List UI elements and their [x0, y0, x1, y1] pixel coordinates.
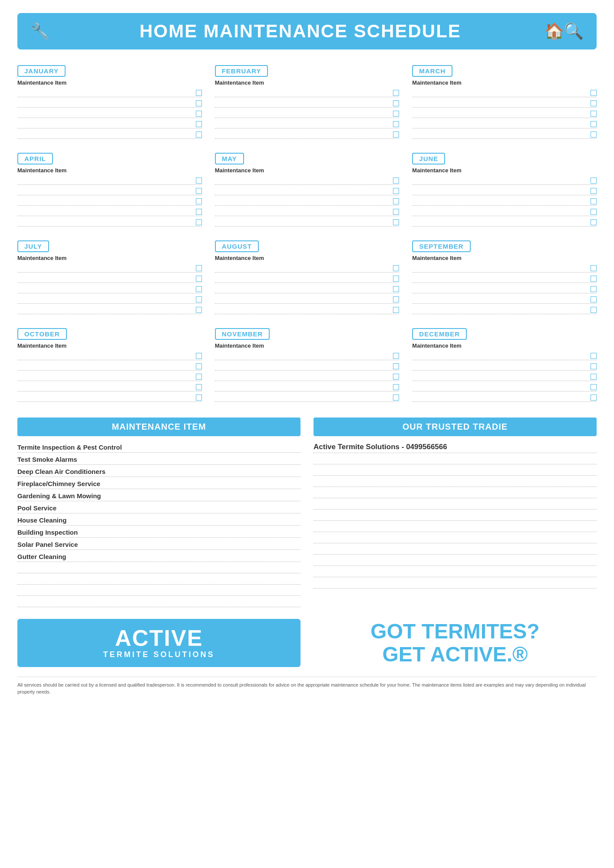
bottom-section: MAINTENANCE ITEM Termite Inspection & Pe…	[17, 418, 597, 607]
month-checkbox[interactable]	[591, 209, 597, 215]
maintenance-item-row: Fireplace/Chimney Service	[17, 477, 300, 489]
month-label: JANUARY	[17, 65, 66, 77]
month-checkbox[interactable]	[393, 307, 399, 313]
month-rows	[412, 88, 597, 139]
month-checkbox[interactable]	[393, 198, 399, 204]
month-row	[412, 361, 597, 371]
month-rows	[412, 263, 597, 314]
month-block-september: SEPTEMBERMaintentance Item	[412, 238, 597, 317]
month-row	[412, 186, 597, 195]
month-header-row: Maintentance Item	[215, 79, 399, 86]
month-row	[17, 217, 202, 227]
month-checkbox[interactable]	[591, 384, 597, 390]
month-checkbox[interactable]	[196, 209, 202, 215]
month-header-row: Maintentance Item	[17, 255, 202, 261]
month-checkbox[interactable]	[591, 132, 597, 138]
month-checkbox[interactable]	[196, 132, 202, 138]
month-checkbox[interactable]	[196, 353, 202, 359]
month-checkbox[interactable]	[196, 374, 202, 380]
month-label: SEPTEMBER	[412, 240, 470, 252]
month-checkbox[interactable]	[393, 276, 399, 282]
month-row	[17, 273, 202, 283]
month-checkbox[interactable]	[196, 121, 202, 127]
month-checkbox[interactable]	[393, 296, 399, 302]
month-checkbox[interactable]	[393, 100, 399, 106]
month-checkbox[interactable]	[196, 188, 202, 194]
month-checkbox[interactable]	[393, 121, 399, 127]
month-checkbox[interactable]	[196, 307, 202, 313]
month-checkbox[interactable]	[196, 90, 202, 96]
maintenance-item-text: Fireplace/Chimney Service	[17, 480, 300, 487]
month-header-row: Maintentance Item	[215, 255, 399, 261]
month-checkbox[interactable]	[393, 132, 399, 138]
month-row	[412, 263, 597, 273]
month-checkbox[interactable]	[393, 353, 399, 359]
month-checkbox[interactable]	[591, 219, 597, 225]
month-checkbox[interactable]	[591, 395, 597, 401]
month-checkbox[interactable]	[591, 363, 597, 369]
month-row	[412, 372, 597, 381]
month-checkbox[interactable]	[196, 276, 202, 282]
month-row	[215, 196, 399, 206]
month-checkbox[interactable]	[591, 178, 597, 184]
month-checkbox[interactable]	[393, 395, 399, 401]
month-checkbox[interactable]	[591, 286, 597, 292]
month-checkbox[interactable]	[393, 265, 399, 271]
month-checkbox[interactable]	[196, 111, 202, 117]
month-row	[412, 392, 597, 402]
month-checkbox[interactable]	[393, 90, 399, 96]
month-row	[215, 392, 399, 402]
month-checkbox[interactable]	[196, 100, 202, 106]
month-row	[215, 129, 399, 139]
month-checkbox[interactable]	[591, 374, 597, 380]
month-checkbox[interactable]	[393, 286, 399, 292]
month-block-december: DECEMBERMaintentance Item	[412, 326, 597, 404]
maintenance-item-text: Pool Service	[17, 504, 300, 512]
tradie-blank-row	[314, 543, 597, 555]
month-checkbox[interactable]	[393, 219, 399, 225]
month-row	[215, 119, 399, 128]
month-checkbox[interactable]	[393, 209, 399, 215]
month-checkbox[interactable]	[196, 395, 202, 401]
month-row	[17, 207, 202, 216]
month-checkbox[interactable]	[591, 198, 597, 204]
month-checkbox[interactable]	[591, 276, 597, 282]
month-checkbox[interactable]	[196, 198, 202, 204]
maintenance-item-row: Pool Service	[17, 501, 300, 513]
month-checkbox[interactable]	[196, 384, 202, 390]
month-checkbox[interactable]	[393, 178, 399, 184]
month-checkbox[interactable]	[393, 363, 399, 369]
month-label: AUGUST	[215, 240, 259, 252]
maintenance-list: Termite Inspection & Pest ControlTest Sm…	[17, 441, 300, 607]
month-checkbox[interactable]	[393, 374, 399, 380]
month-checkbox[interactable]	[393, 384, 399, 390]
month-checkbox[interactable]	[591, 90, 597, 96]
month-checkbox[interactable]	[196, 286, 202, 292]
month-checkbox[interactable]	[591, 188, 597, 194]
month-checkbox[interactable]	[591, 353, 597, 359]
month-checkbox[interactable]	[591, 111, 597, 117]
month-checkbox[interactable]	[591, 100, 597, 106]
month-checkbox[interactable]	[591, 265, 597, 271]
month-row	[17, 175, 202, 185]
month-header-row: Maintentance Item	[412, 342, 597, 349]
month-checkbox[interactable]	[591, 121, 597, 127]
month-block-may: MAYMaintentance Item	[215, 150, 399, 229]
maintenance-item-text: Gutter Cleaning	[17, 553, 300, 560]
month-checkbox[interactable]	[393, 188, 399, 194]
active-logo-box: ACTIVE TERMITE SOLUTIONS	[17, 619, 300, 667]
month-rows	[215, 263, 399, 314]
month-row	[412, 175, 597, 185]
month-checkbox[interactable]	[591, 296, 597, 302]
month-checkbox[interactable]	[196, 178, 202, 184]
month-col-label: Maintentance Item	[17, 255, 66, 261]
month-row	[412, 217, 597, 227]
month-checkbox[interactable]	[196, 219, 202, 225]
month-checkbox[interactable]	[196, 265, 202, 271]
month-row	[17, 382, 202, 391]
month-checkbox[interactable]	[196, 296, 202, 302]
month-checkbox[interactable]	[393, 111, 399, 117]
month-rows	[215, 351, 399, 402]
month-checkbox[interactable]	[196, 363, 202, 369]
month-checkbox[interactable]	[591, 307, 597, 313]
